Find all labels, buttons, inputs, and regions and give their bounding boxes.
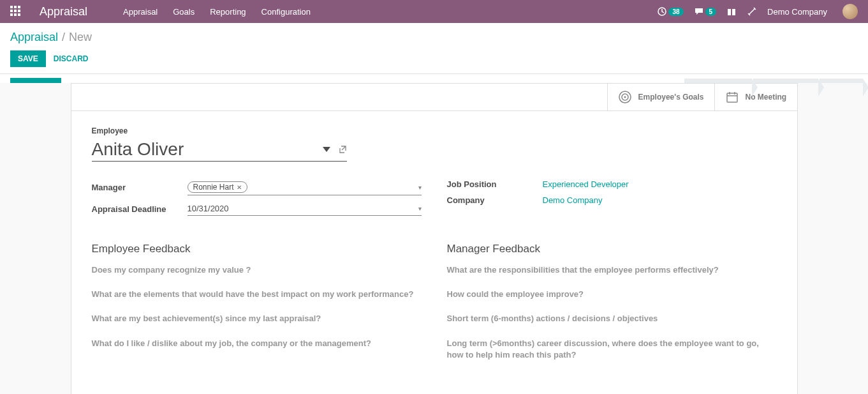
manager-tag[interactable]: Ronnie Hart ✕ (188, 181, 247, 193)
mgr-q1[interactable]: What are the responsibilities that the e… (447, 264, 777, 276)
control-buttons: SAVE DISCARD (10, 50, 858, 67)
deadline-value: 10/31/2020 (188, 204, 229, 213)
svg-point-6 (624, 96, 626, 98)
breadcrumb-current: New (69, 31, 92, 44)
manager-tag-text: Ronnie Hart (193, 183, 234, 192)
tag-remove-icon[interactable]: ✕ (237, 184, 242, 191)
deadline-label: Appraisal Deadline (92, 204, 188, 214)
breadcrumb-root[interactable]: Appraisal (10, 31, 58, 44)
emp-q2[interactable]: What are the elements that would have th… (92, 289, 422, 300)
chat-badge: 5 (705, 8, 717, 16)
job-row: Job Position Experienced Developer (447, 179, 777, 189)
form-sheet: Employee's Goals No Meeting Employee Ani… (71, 83, 798, 394)
employee-feedback-col: Employee Feedback Does my company recogn… (92, 222, 422, 374)
chevron-down-icon[interactable] (323, 147, 330, 152)
company-value[interactable]: Demo Company (543, 195, 603, 205)
form-body: Employee Anita Oliver Manager Ronnie Har… (71, 111, 797, 389)
emp-q1[interactable]: Does my company recognize my value ? (92, 264, 422, 276)
left-col: Manager Ronnie Hart ✕ ▾ Appraisal Deadli… (92, 179, 422, 222)
menu-configuration[interactable]: Configuration (261, 7, 311, 17)
company-name[interactable]: Demo Company (767, 7, 827, 17)
menu-reporting[interactable]: Reporting (210, 7, 246, 17)
button-box: Employee's Goals No Meeting (71, 84, 797, 111)
manager-feedback-col: Manager Feedback What are the responsibi… (447, 222, 777, 374)
external-link-icon[interactable] (338, 145, 347, 154)
brand-title: Appraisal (40, 5, 87, 19)
breadcrumb-sep: / (62, 31, 65, 44)
control-panel: Appraisal / New SAVE DISCARD (0, 23, 868, 74)
stat-goals-button[interactable]: Employee's Goals (607, 84, 714, 110)
employee-value: Anita Oliver (92, 139, 315, 160)
emp-q3[interactable]: What are my best achievement(s) since my… (92, 313, 422, 324)
job-value[interactable]: Experienced Developer (543, 179, 629, 189)
menu-appraisal[interactable]: Appraisal (123, 7, 158, 17)
employee-field[interactable]: Anita Oliver (92, 139, 347, 162)
chevron-down-icon[interactable]: ▾ (418, 205, 422, 212)
manager-row: Manager Ronnie Hart ✕ ▾ (92, 179, 422, 195)
gift-icon[interactable] (726, 6, 737, 17)
page-area: Employee's Goals No Meeting Employee Ani… (0, 83, 868, 394)
apps-icon[interactable] (10, 6, 22, 17)
feedback-columns: Employee Feedback Does my company recogn… (92, 222, 777, 374)
calendar-icon (725, 90, 739, 104)
manager-feedback-title: Manager Feedback (447, 243, 777, 255)
emp-q4[interactable]: What do I like / dislike about my job, t… (92, 338, 422, 349)
company-row: Company Demo Company (447, 195, 777, 205)
chat-icon[interactable]: 5 (694, 6, 717, 17)
field-columns: Manager Ronnie Hart ✕ ▾ Appraisal Deadli… (92, 179, 777, 222)
navbar-right: 38 5 Demo Company (657, 4, 858, 19)
mgr-q2[interactable]: How could the employee improve? (447, 289, 777, 300)
mgr-q3[interactable]: Short term (6-months) actions / decision… (447, 313, 777, 324)
top-navbar: Appraisal Appraisal Goals Reporting Conf… (0, 0, 868, 23)
save-button[interactable]: SAVE (10, 50, 46, 67)
chevron-down-icon[interactable]: ▾ (418, 184, 422, 191)
breadcrumb: Appraisal / New (10, 31, 858, 44)
stat-goals-label: Employee's Goals (638, 93, 704, 102)
deadline-field[interactable]: 10/31/2020 ▾ (188, 202, 422, 216)
target-icon (618, 90, 632, 104)
deadline-row: Appraisal Deadline 10/31/2020 ▾ (92, 202, 422, 216)
timer-badge: 38 (668, 8, 683, 16)
manager-label: Manager (92, 183, 188, 192)
employee-label: Employee (92, 126, 777, 135)
company-label: Company (447, 195, 543, 205)
discard-button[interactable]: DISCARD (54, 54, 89, 63)
menu-goals[interactable]: Goals (173, 7, 195, 17)
employee-feedback-title: Employee Feedback (92, 243, 422, 255)
main-menu: Appraisal Goals Reporting Configuration (123, 7, 311, 17)
right-col: Job Position Experienced Developer Compa… (447, 179, 777, 222)
svg-rect-3 (731, 9, 732, 15)
mgr-q4[interactable]: Long term (>6months) career discussion, … (447, 338, 777, 361)
job-label: Job Position (447, 179, 543, 189)
debug-icon[interactable] (747, 6, 757, 17)
user-avatar[interactable] (842, 4, 858, 19)
manager-field[interactable]: Ronnie Hart ✕ ▾ (188, 179, 422, 195)
timer-icon[interactable]: 38 (657, 6, 683, 17)
svg-rect-7 (727, 93, 737, 102)
